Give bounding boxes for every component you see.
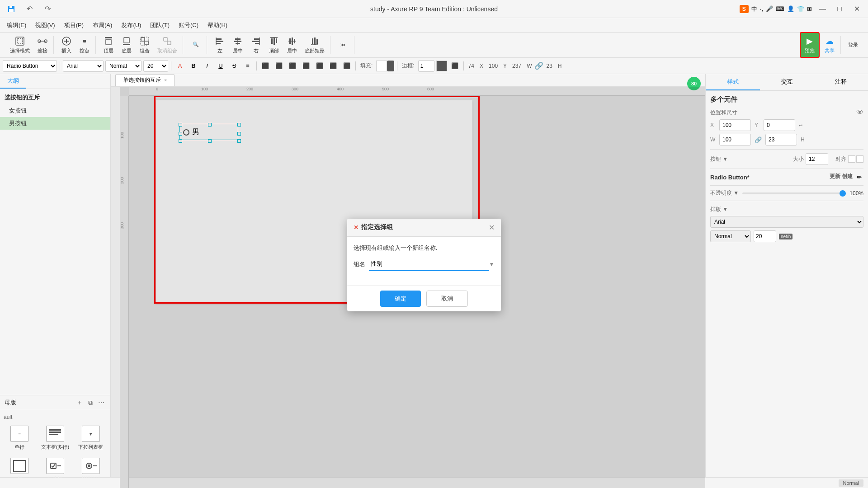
menu-item-edit[interactable]: 编辑(E): [2, 19, 31, 31]
edit-icon[interactable]: ✏: [854, 173, 863, 182]
btn-align-left-icon[interactable]: [848, 155, 855, 163]
widget-type-select[interactable]: Radio Button: [3, 60, 57, 72]
btn-size-input[interactable]: [806, 153, 828, 165]
login-button[interactable]: 登录: [843, 40, 863, 50]
share-button[interactable]: ☁ 共享: [821, 34, 838, 56]
dialog-confirm-button[interactable]: 确定: [380, 291, 421, 307]
outline-tab[interactable]: 大纲: [0, 74, 26, 89]
btn-label[interactable]: 按钮 ▼: [710, 155, 728, 163]
dialog-cancel-button[interactable]: 取消: [426, 291, 468, 307]
preview-button[interactable]: ▶ 预览: [800, 32, 820, 58]
list-button[interactable]: ≡: [242, 60, 254, 72]
right-font-size-input[interactable]: [754, 230, 776, 242]
text-top-button[interactable]: ⬛: [314, 60, 326, 72]
menu-item-account[interactable]: 账号(C): [174, 19, 203, 31]
align-justify-button[interactable]: ⬛: [300, 60, 312, 72]
align-left-button[interactable]: 左: [212, 34, 228, 56]
mic-icon[interactable]: 🎤: [766, 5, 773, 12]
widget-text-multi[interactable]: 文本框(多行): [39, 424, 71, 452]
bottom-button[interactable]: 底层: [118, 34, 135, 56]
master-copy-button[interactable]: ⧉: [86, 398, 95, 407]
select-mode-button[interactable]: 选择模式: [7, 34, 33, 56]
fill-color-button[interactable]: [376, 61, 387, 71]
text-bottom-button[interactable]: ⬛: [341, 60, 353, 72]
w-input[interactable]: [719, 134, 751, 145]
close-button[interactable]: ✕: [850, 2, 863, 16]
widget-dropdown[interactable]: ▼ 下拉列表框: [75, 424, 107, 452]
ime-icon[interactable]: S: [740, 5, 749, 13]
right-tab-interaction[interactable]: 交互: [760, 74, 814, 90]
typography-label[interactable]: 排版 ▼: [710, 206, 728, 212]
redo-button[interactable]: ↷: [41, 2, 54, 16]
btn-align-right-icon[interactable]: [856, 155, 863, 163]
dialog-group-input[interactable]: [369, 258, 489, 271]
group-button[interactable]: 组合: [137, 34, 153, 56]
right-font-style-select[interactable]: Normal: [710, 230, 751, 242]
bold-button[interactable]: B: [188, 60, 199, 72]
master-more-button[interactable]: ⋯: [97, 398, 106, 407]
menu-item-help[interactable]: 帮助(H): [203, 19, 232, 31]
connect-button[interactable]: 连接: [34, 34, 51, 56]
strikethrough-button[interactable]: S: [228, 60, 240, 72]
save-icon[interactable]: [5, 2, 18, 16]
underline-button[interactable]: U: [215, 60, 226, 72]
font-style-select[interactable]: Normal: [105, 60, 142, 72]
italic-button[interactable]: I: [201, 60, 213, 72]
lock-wh-icon[interactable]: 🔗: [755, 136, 762, 143]
widget-text-single[interactable]: ≡ 单行: [4, 424, 36, 452]
visibility-icon[interactable]: 👁: [856, 108, 863, 117]
insert-button[interactable]: 插入: [58, 34, 75, 56]
opacity-slider[interactable]: [742, 192, 846, 194]
align-left-text-button[interactable]: ⬛: [259, 60, 271, 72]
reset-icon[interactable]: ↩: [799, 123, 802, 128]
dialog-close-button[interactable]: ✕: [489, 223, 495, 232]
minimize-button[interactable]: —: [816, 2, 829, 16]
canvas-area[interactable]: 单选按钮的互斥 × 0 100 200 300 400 500 600 100 …: [111, 74, 705, 488]
border-style-button[interactable]: ⬛: [449, 60, 461, 72]
align-top-button[interactable]: 顶部: [266, 34, 282, 56]
outline-item-female[interactable]: 女按钮: [0, 104, 110, 117]
more-button[interactable]: ≫: [335, 40, 351, 50]
menu-item-view[interactable]: 视图(V): [31, 19, 59, 31]
shirt-icon[interactable]: 👕: [797, 5, 804, 12]
text-color-button[interactable]: A: [174, 60, 186, 72]
align-bottom-button[interactable]: 底部矩形: [302, 34, 327, 56]
align-center-button[interactable]: 居中: [230, 34, 246, 56]
menu-item-team[interactable]: 团队(T): [146, 19, 174, 31]
master-add-button[interactable]: +: [75, 398, 84, 407]
y-input[interactable]: [764, 119, 795, 131]
h-input[interactable]: [765, 134, 797, 145]
page-tab-close-icon[interactable]: ×: [164, 78, 167, 83]
lang-icon[interactable]: 中: [751, 5, 757, 13]
dialog-dropdown-arrow-icon[interactable]: ▼: [489, 261, 495, 267]
outline-item-male[interactable]: 男按钮: [0, 117, 110, 130]
zoom-selector[interactable]: 🔍: [188, 40, 204, 50]
lock-ratio-icon[interactable]: 🔗: [535, 62, 542, 70]
ungroup-button[interactable]: 取消组合: [155, 34, 180, 56]
opacity-label[interactable]: 不透明度 ▼: [710, 189, 739, 197]
font-family-select[interactable]: Arial: [63, 60, 104, 72]
fill-color-picker[interactable]: [387, 61, 394, 71]
align-right-button[interactable]: 右: [248, 34, 264, 56]
page-tab-radio[interactable]: 单选按钮的互斥 ×: [115, 74, 175, 86]
border-color-button[interactable]: [436, 61, 447, 71]
border-width-input[interactable]: [418, 60, 434, 72]
align-vcenter-button[interactable]: 居中: [284, 34, 300, 56]
keyboard-icon[interactable]: ⌨: [776, 5, 784, 12]
align-right-text-button[interactable]: ⬛: [287, 60, 298, 72]
right-tab-style[interactable]: 样式: [706, 74, 760, 90]
x-input[interactable]: [719, 119, 751, 131]
grid-icon[interactable]: ⊞: [807, 5, 812, 12]
dot-icon[interactable]: ·,: [760, 5, 763, 12]
undo-button[interactable]: ↶: [23, 2, 36, 16]
text-middle-button[interactable]: ⬛: [327, 60, 339, 72]
menu-item-publish[interactable]: 发布(U): [117, 19, 146, 31]
top-button[interactable]: 顶层: [100, 34, 117, 56]
person-icon[interactable]: 👤: [787, 5, 794, 12]
menu-item-layout[interactable]: 布局(A): [88, 19, 117, 31]
right-tab-notes[interactable]: 注释: [814, 74, 868, 90]
align-center-text-button[interactable]: ⬛: [273, 60, 285, 72]
font-size-select[interactable]: 20: [143, 60, 168, 72]
right-font-family-select[interactable]: Arial: [710, 216, 863, 228]
control-point-button[interactable]: 控点: [76, 34, 93, 56]
